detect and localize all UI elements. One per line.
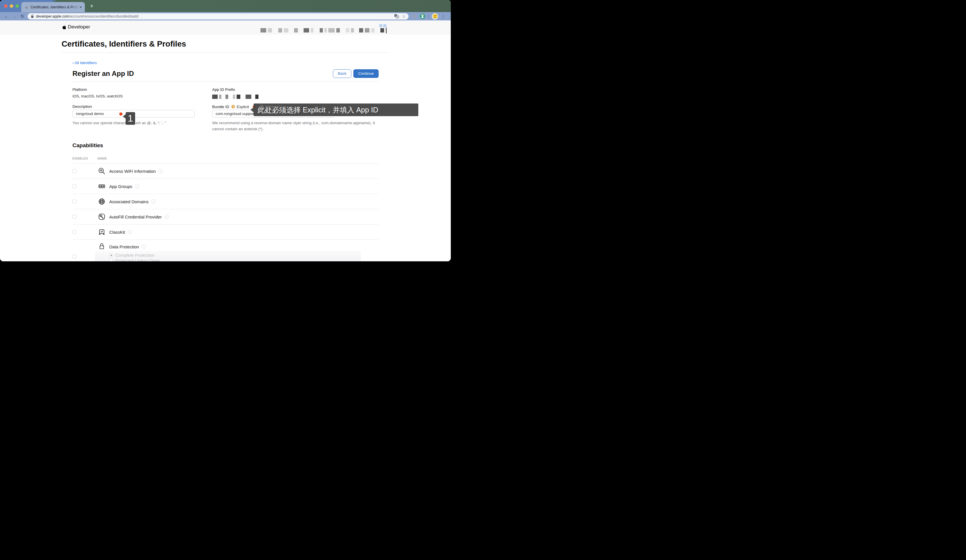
close-window-button[interactable] [4, 4, 8, 8]
extensions-area: ⋮ [411, 13, 447, 20]
apple-developer-logo[interactable]: Developer [61, 24, 90, 30]
option-label: Protected Unless Open [115, 258, 160, 261]
tab-strip: Certificates, Identifiers & Profiles × + [0, 0, 451, 12]
option-label: Complete Protection [115, 253, 154, 258]
wildcard-label[interactable]: Wildcard [265, 105, 281, 109]
window-controls [4, 4, 19, 8]
header-redacted-blue [379, 24, 386, 27]
form-header: Register an App ID Back Continue [72, 69, 379, 78]
option-complete-protection[interactable]: Complete Protection [109, 252, 160, 258]
capability-checkbox[interactable] [72, 184, 77, 188]
capability-row: Access WiFi Information i [72, 163, 379, 179]
key-icon [98, 213, 105, 220]
main-content: ‹ All Identifiers Register an App ID Bac… [0, 53, 451, 261]
classkit-icon [98, 228, 105, 236]
translate-icon[interactable]: G 文 [394, 14, 399, 18]
minimize-window-button[interactable] [10, 4, 13, 8]
avatar-face-icon [433, 14, 438, 19]
capability-checkbox[interactable] [72, 230, 77, 234]
description-cell: Description You cannot use special chara… [72, 104, 195, 132]
reload-icon[interactable]: ↻ [18, 14, 26, 18]
explicit-radio[interactable] [232, 105, 235, 108]
form-header-divider [72, 81, 379, 82]
back-icon[interactable]: ← [2, 14, 10, 18]
app-id-prefix-redacted [212, 95, 379, 99]
new-tab-button[interactable]: + [88, 2, 95, 10]
capability-row: ClassKit i [72, 224, 379, 240]
capability-row-data-protection: Data Protection i Complete Protection Pr… [72, 240, 379, 261]
url-domain: developer.apple.com [36, 15, 69, 18]
tab-title: Certificates, Identifiers & Profiles [31, 5, 79, 9]
globe-icon [98, 198, 105, 205]
wildcard-radio[interactable] [260, 105, 264, 109]
bundle-id-label: Bundle ID [212, 105, 229, 109]
app-groups-icon [98, 182, 105, 190]
info-icon[interactable]: i [141, 245, 146, 249]
capability-name: Access WiFi Information [109, 169, 156, 174]
tab-close-icon[interactable]: × [79, 5, 82, 10]
wifi-search-icon [98, 167, 105, 175]
capability-name: AutoFill Credential Provider [109, 215, 162, 219]
browser-menu-icon[interactable]: ⋮ [441, 14, 445, 19]
back-button[interactable]: Back [333, 69, 351, 78]
breadcrumb-all-identifiers[interactable]: ‹ All Identifiers [72, 61, 97, 65]
info-icon[interactable]: i [158, 169, 163, 173]
bookmark-star-icon[interactable]: ☆ [402, 14, 406, 19]
capability-row: App Groups i [72, 179, 379, 194]
info-icon[interactable]: i [135, 184, 140, 189]
brand-label: Developer [68, 24, 90, 30]
hourglass-extension-icon[interactable] [420, 13, 425, 19]
app-id-prefix-cell: App ID Prefix [212, 87, 379, 99]
capability-checkbox[interactable] [72, 199, 77, 204]
explicit-label[interactable]: Explicit [237, 105, 249, 109]
data-protection-options: Complete Protection Protected Unless Ope… [109, 252, 160, 261]
url-text: developer.apple.com/account/resources/id… [36, 15, 394, 18]
page-title: Certificates, Identifiers & Profiles [61, 39, 389, 49]
wildcard-option[interactable]: Wildcard [260, 105, 281, 109]
description-label: Description [72, 104, 195, 109]
capability-row: AutoFill Credential Provider i [72, 209, 379, 224]
zoom-window-button[interactable] [15, 4, 19, 8]
info-icon[interactable]: i [164, 215, 169, 219]
capability-row: Associated Domains i [72, 194, 379, 209]
column-name: NAME [97, 157, 107, 160]
svg-text:文: 文 [397, 16, 399, 18]
info-icon[interactable]: i [128, 230, 132, 234]
capability-checkbox[interactable] [72, 255, 77, 258]
address-bar[interactable]: developer.apple.com/account/resources/id… [28, 13, 409, 20]
lock-icon [98, 242, 105, 251]
browser-toolbar: ← → ↻ developer.apple.com/account/resour… [0, 12, 451, 20]
form-heading: Register an App ID [72, 70, 134, 77]
masthead: Certificates, Identifiers & Profiles [0, 35, 451, 53]
bundle-id-help: We recommend using a reverse-domain name… [212, 120, 379, 132]
annotation-step-badge: 1 [126, 112, 135, 125]
extension-hexagon-icon[interactable] [411, 13, 417, 19]
capabilities-heading: Capabilities [72, 142, 379, 149]
forward-icon[interactable]: → [10, 14, 18, 18]
capability-name: App Groups [109, 184, 132, 189]
info-icon[interactable]: i [151, 199, 156, 204]
bundle-id-cell: Bundle ID Explicit Wildcard We recommend… [212, 104, 379, 132]
platform-value: iOS, macOS, tvOS, watchOS [72, 94, 195, 98]
option-protected-unless-open[interactable]: Protected Unless Open [109, 258, 160, 261]
app-id-prefix-label: App ID Prefix [212, 87, 379, 92]
apple-logo-icon [61, 24, 66, 30]
platform-cell: Platform iOS, macOS, tvOS, watchOS [72, 87, 195, 99]
protected-unless-open-radio[interactable] [109, 259, 113, 261]
site-header: Developer [0, 20, 451, 35]
profile-avatar[interactable] [432, 13, 438, 20]
continue-button[interactable]: Continue [353, 69, 379, 78]
browser-window: Certificates, Identifiers & Profiles × +… [0, 0, 451, 261]
platform-label: Platform [72, 87, 195, 92]
capability-name: ClassKit [109, 230, 125, 235]
complete-protection-radio[interactable] [109, 253, 113, 257]
page-body: Developer C [0, 20, 451, 261]
header-nav-redacted [261, 28, 387, 33]
capabilities-table: Access WiFi Information i App Groups [72, 163, 379, 261]
browser-tab[interactable]: Certificates, Identifiers & Profiles × [21, 2, 85, 12]
capability-checkbox[interactable] [72, 169, 77, 173]
url-path: /account/resources/identifiers/bundleId/… [69, 15, 139, 18]
form-grid: Platform iOS, macOS, tvOS, watchOS App I… [72, 87, 379, 132]
capability-checkbox[interactable] [72, 215, 77, 219]
column-enabled: ENABLED [72, 157, 97, 160]
